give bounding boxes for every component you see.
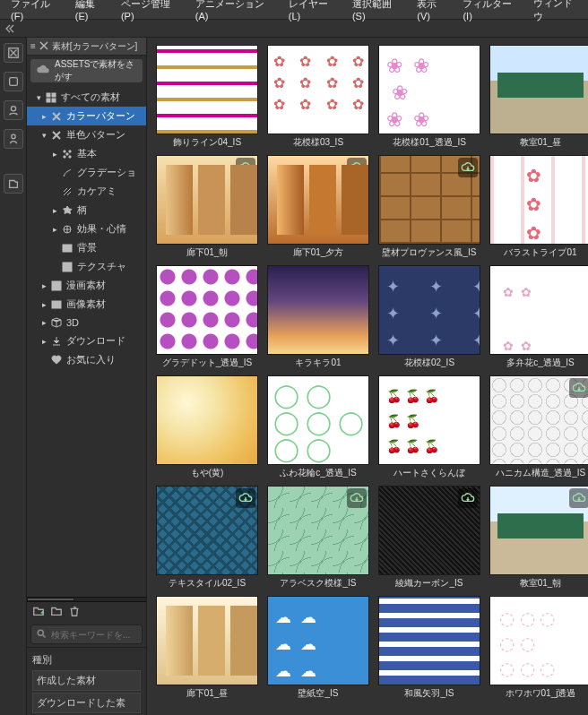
tree-item[interactable]: ▸効果・心情: [27, 220, 146, 238]
material-item[interactable]: ホワホワ01_j透過: [489, 596, 588, 701]
delete-icon[interactable]: [68, 605, 81, 619]
filter-heading: 種別: [32, 651, 141, 668]
folder-icon[interactable]: [50, 605, 63, 619]
tool-quick-access-2[interactable]: [4, 72, 23, 91]
menu-item[interactable]: ファイル(F): [4, 0, 68, 23]
close-icon[interactable]: [39, 41, 48, 52]
material-thumbnail[interactable]: [267, 375, 369, 465]
material-thumbnail[interactable]: [489, 486, 588, 575]
tool-quick-access-1[interactable]: [4, 43, 23, 63]
material-thumbnail[interactable]: [378, 596, 480, 685]
menu-item[interactable]: フィルター(I): [455, 0, 526, 23]
material-item[interactable]: もや(黄): [156, 375, 258, 480]
download-icon[interactable]: [236, 488, 255, 508]
material-item[interactable]: 綾織カーボン_IS: [378, 486, 480, 590]
tree-item[interactable]: ▸カラーパターン: [27, 107, 146, 125]
tree-item[interactable]: ▸柄: [27, 201, 146, 220]
material-thumbnail[interactable]: [267, 265, 369, 355]
tree-item[interactable]: ▸画像素材: [27, 295, 146, 314]
material-item[interactable]: テキスタイル02_IS: [156, 486, 258, 590]
tool-quick-access-3[interactable]: [4, 100, 23, 120]
tree-arrow-icon: ▾: [39, 131, 48, 140]
download-icon[interactable]: [347, 488, 367, 508]
menu-item[interactable]: レイヤー(L): [281, 0, 345, 23]
tree-item[interactable]: ▸3D: [27, 314, 146, 332]
material-thumbnail[interactable]: [378, 155, 480, 245]
menu-item[interactable]: ページ管理(P): [114, 0, 188, 23]
material-thumbnail[interactable]: [489, 155, 588, 245]
material-thumbnail[interactable]: [378, 265, 480, 355]
panel-tab[interactable]: ≡ 素材[カラーパターン]: [27, 38, 146, 56]
material-item[interactable]: アラベスク模様_IS: [267, 486, 369, 590]
material-thumbnail[interactable]: [489, 375, 588, 465]
menu-item[interactable]: アニメーション(A): [188, 0, 281, 23]
material-thumbnail[interactable]: [489, 45, 588, 134]
material-thumbnail[interactable]: [156, 486, 258, 575]
panel-menu-icon[interactable]: ≡: [30, 41, 36, 51]
material-item[interactable]: 教室01_昼: [489, 45, 588, 150]
new-folder-icon[interactable]: [32, 605, 45, 619]
material-thumbnail[interactable]: [378, 486, 480, 575]
tool-quick-access-4[interactable]: [4, 129, 23, 149]
material-item[interactable]: ハニカム構造_透過_IS: [489, 375, 588, 480]
material-item[interactable]: 花模様03_IS: [267, 45, 369, 150]
material-item[interactable]: 廊下01_朝: [156, 155, 258, 260]
material-item[interactable]: バラストライプ01: [489, 155, 588, 260]
tree-horizontal-scrollbar[interactable]: [27, 597, 146, 602]
download-icon[interactable]: [458, 488, 478, 508]
material-item[interactable]: 廊下01_夕方: [267, 155, 369, 260]
download-icon[interactable]: [458, 158, 478, 177]
material-thumbnail[interactable]: [489, 596, 588, 685]
download-icon[interactable]: [569, 488, 588, 508]
material-thumbnail[interactable]: [378, 45, 480, 134]
material-item[interactable]: 壁紙空_IS: [267, 596, 369, 701]
material-item[interactable]: グラデドット_透過_IS: [156, 265, 258, 370]
material-thumbnail[interactable]: [267, 486, 369, 575]
material-thumbnail[interactable]: [156, 45, 258, 134]
tree-item[interactable]: グラデーショ: [27, 163, 146, 182]
material-thumbnail[interactable]: [267, 596, 369, 685]
material-item[interactable]: 飾りライン04_IS: [156, 45, 258, 150]
material-item[interactable]: ハートさくらんぼ: [378, 375, 480, 480]
search-field[interactable]: [30, 625, 143, 644]
material-item[interactable]: 花模様01_透過_IS: [378, 45, 480, 150]
material-thumbnail[interactable]: [156, 375, 258, 465]
material-item[interactable]: 教室01_朝: [489, 486, 588, 590]
filter-option[interactable]: ダウンロードした素: [32, 693, 141, 713]
tree-item[interactable]: カケアミ: [27, 182, 146, 201]
download-icon[interactable]: [569, 378, 588, 398]
tree-item[interactable]: ▸基本: [27, 144, 146, 163]
tree-item[interactable]: テクスチャ: [27, 257, 146, 276]
tree-item[interactable]: ▸漫画素材: [27, 276, 146, 295]
material-item[interactable]: キラキラ01: [267, 265, 369, 370]
material-thumbnail[interactable]: [156, 596, 258, 685]
assets-search-button[interactable]: ASSETSで素材をさがす: [30, 59, 143, 82]
tool-quick-access-5[interactable]: [4, 174, 23, 194]
menu-item[interactable]: 編集(E): [68, 0, 114, 23]
material-thumbnail[interactable]: [156, 155, 258, 245]
material-item[interactable]: 多弁花c_透過_IS: [489, 265, 588, 370]
material-item[interactable]: 壁材プロヴァンス風_IS: [378, 155, 480, 260]
material-name: もや(黄): [191, 465, 224, 480]
collapse-left-icon[interactable]: [4, 23, 14, 34]
menu-item[interactable]: ウィンドウ: [526, 0, 588, 25]
material-thumbnail[interactable]: [489, 265, 588, 355]
filter-option[interactable]: 作成した素材: [32, 670, 141, 691]
menu-item[interactable]: 選択範囲(S): [345, 0, 410, 23]
menu-item[interactable]: 表示(V): [410, 0, 455, 23]
material-item[interactable]: 和風矢羽_IS: [378, 596, 480, 701]
download-icon[interactable]: [236, 158, 255, 177]
tree-item[interactable]: ▾すべての素材: [27, 88, 146, 107]
material-item[interactable]: ふわ花輪c_透過_IS: [267, 375, 369, 480]
material-thumbnail[interactable]: [267, 45, 369, 134]
tree-item[interactable]: ▾単色パターン: [27, 125, 146, 144]
material-thumbnail[interactable]: [267, 155, 369, 245]
material-item[interactable]: 花模様02_IS: [378, 265, 480, 370]
download-icon[interactable]: [347, 158, 367, 177]
tree-item[interactable]: お気に入り: [27, 350, 146, 369]
material-thumbnail[interactable]: [156, 265, 258, 355]
tree-item[interactable]: ▸ダウンロード: [27, 332, 146, 350]
tree-item[interactable]: 背景: [27, 238, 146, 257]
material-item[interactable]: 廊下01_昼: [156, 596, 258, 701]
material-thumbnail[interactable]: [378, 375, 480, 465]
